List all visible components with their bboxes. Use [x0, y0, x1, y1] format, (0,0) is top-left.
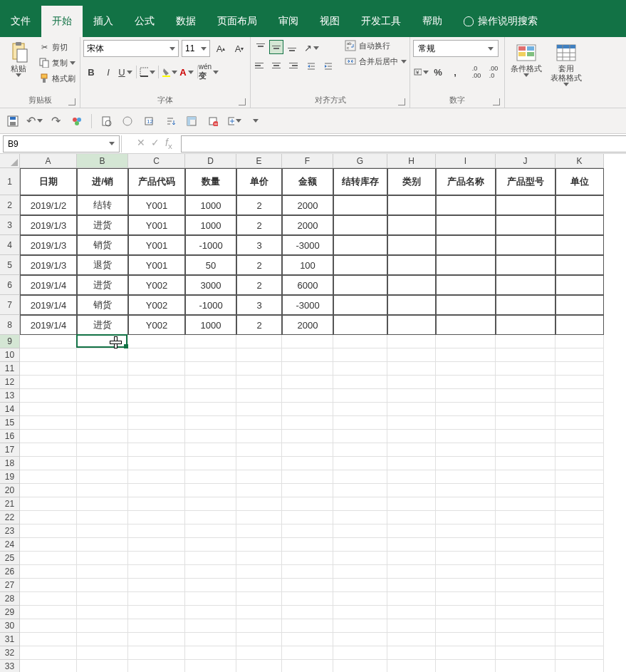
cell[interactable] [555, 443, 604, 457]
cell[interactable]: 2000 [282, 195, 333, 215]
cell[interactable] [333, 315, 387, 335]
cell[interactable] [387, 606, 436, 619]
cell[interactable] [496, 443, 555, 457]
cell[interactable] [387, 389, 436, 403]
cell[interactable] [387, 315, 436, 335]
cell[interactable] [555, 552, 604, 565]
row-header[interactable]: 23 [0, 524, 20, 538]
cell[interactable] [20, 660, 77, 672]
cell[interactable] [77, 470, 128, 484]
column-header[interactable]: B [77, 154, 128, 168]
cell[interactable] [387, 430, 436, 443]
cell[interactable] [387, 565, 436, 579]
cell[interactable] [496, 348, 555, 362]
cell[interactable]: 2019/1/3 [20, 255, 77, 275]
cell[interactable] [555, 362, 604, 376]
cell[interactable] [436, 403, 496, 416]
cell[interactable] [496, 470, 555, 484]
cell[interactable] [236, 660, 282, 672]
cell[interactable] [20, 538, 77, 552]
cell[interactable] [387, 403, 436, 416]
row-header[interactable]: 9 [0, 335, 20, 348]
cell[interactable] [436, 348, 496, 362]
cell[interactable] [128, 660, 185, 672]
align-center-button[interactable] [269, 58, 283, 73]
cell[interactable] [333, 443, 387, 457]
cell[interactable] [496, 524, 555, 538]
cell[interactable]: Y001 [128, 215, 185, 235]
cell[interactable] [387, 443, 436, 457]
cell[interactable] [436, 538, 496, 552]
cell[interactable] [333, 275, 387, 295]
cell[interactable] [333, 195, 387, 215]
cell[interactable] [77, 348, 128, 362]
cell[interactable] [282, 538, 333, 552]
cell[interactable] [20, 511, 77, 524]
cell[interactable] [496, 195, 555, 215]
cell[interactable] [128, 511, 185, 524]
cell[interactable] [20, 389, 77, 403]
cell[interactable] [128, 497, 185, 511]
cell[interactable] [333, 538, 387, 552]
cell[interactable] [128, 416, 185, 430]
cell[interactable] [20, 524, 77, 538]
cell[interactable] [333, 255, 387, 275]
paste-button[interactable]: 粘贴 [3, 40, 34, 78]
cell[interactable] [282, 403, 333, 416]
cell[interactable] [128, 538, 185, 552]
table-format-button[interactable]: 套用 表格格式 [548, 40, 585, 88]
cell[interactable] [496, 362, 555, 376]
row-header[interactable]: 22 [0, 511, 20, 524]
cell[interactable] [128, 633, 185, 646]
cell[interactable] [387, 255, 436, 275]
row-header[interactable]: 5 [0, 255, 20, 275]
cell[interactable] [555, 275, 604, 295]
decrease-indent-button[interactable] [303, 58, 319, 74]
cell[interactable] [128, 430, 185, 443]
cell[interactable] [236, 646, 282, 660]
increase-font-button[interactable]: A▴ [213, 41, 229, 56]
cell[interactable] [387, 579, 436, 592]
cell[interactable] [436, 646, 496, 660]
cell[interactable] [128, 606, 185, 619]
cell[interactable] [236, 592, 282, 606]
cell[interactable]: 2 [236, 255, 282, 275]
cell[interactable] [185, 497, 236, 511]
insert-function-button[interactable]: fx [165, 137, 172, 150]
cell[interactable]: 进货 [77, 315, 128, 335]
align-middle-button[interactable] [269, 40, 283, 54]
cell[interactable] [20, 646, 77, 660]
cell[interactable] [282, 348, 333, 362]
menu-page-layout[interactable]: 页面布局 [207, 6, 268, 37]
cell[interactable] [436, 524, 496, 538]
cell[interactable]: 2 [236, 275, 282, 295]
cell[interactable] [77, 362, 128, 376]
cell[interactable]: Y001 [128, 235, 185, 255]
cut-button[interactable]: ✂ 剪切 [37, 40, 77, 54]
row-header[interactable]: 24 [0, 538, 20, 552]
cell[interactable] [555, 315, 604, 335]
cell[interactable]: Y001 [128, 255, 185, 275]
cell[interactable] [496, 376, 555, 389]
cell[interactable] [387, 538, 436, 552]
cell[interactable] [333, 484, 387, 497]
row-header[interactable]: 10 [0, 348, 20, 362]
save-button[interactable] [6, 114, 20, 128]
copy-button[interactable]: 复制 [37, 56, 77, 70]
cell[interactable] [496, 660, 555, 672]
cell[interactable] [282, 376, 333, 389]
cell[interactable]: Y001 [128, 195, 185, 215]
cell[interactable] [282, 660, 333, 672]
cell[interactable] [555, 295, 604, 315]
row-header[interactable]: 12 [0, 376, 20, 389]
cell[interactable] [236, 416, 282, 430]
row-header[interactable]: 27 [0, 579, 20, 592]
cell[interactable] [282, 430, 333, 443]
menu-file[interactable]: 文件 [0, 6, 41, 37]
menu-tell-me[interactable]: 操作说明搜索 [453, 6, 548, 37]
cell[interactable] [436, 335, 496, 348]
cell[interactable] [128, 362, 185, 376]
cell[interactable] [436, 606, 496, 619]
cell[interactable] [236, 633, 282, 646]
row-header[interactable]: 25 [0, 552, 20, 565]
